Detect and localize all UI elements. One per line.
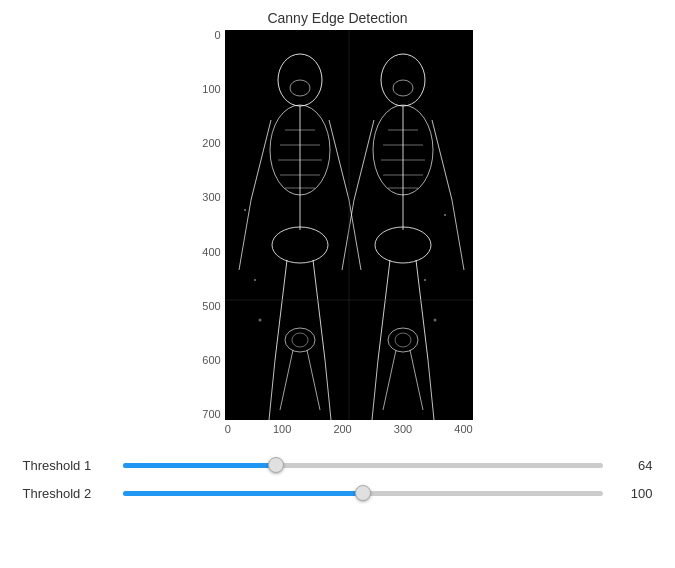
x-tick: 400: [454, 423, 472, 435]
y-tick: 200: [202, 138, 220, 149]
svg-line-32: [378, 260, 390, 360]
svg-line-13: [349, 200, 361, 270]
y-tick: 300: [202, 192, 220, 203]
chart-right: 0100200300400: [225, 30, 473, 435]
y-tick: 600: [202, 355, 220, 366]
svg-point-48: [424, 279, 426, 281]
y-tick: 500: [202, 301, 220, 312]
svg-line-17: [325, 360, 331, 420]
svg-point-46: [244, 209, 246, 211]
x-tick: 100: [273, 423, 291, 435]
y-tick: 100: [202, 84, 220, 95]
svg-point-50: [258, 319, 261, 322]
svg-line-10: [251, 120, 271, 200]
threshold1-track: [123, 457, 603, 473]
threshold2-value: 100: [613, 486, 653, 501]
svg-line-15: [269, 360, 275, 420]
x-tick: 300: [394, 423, 412, 435]
svg-point-19: [393, 80, 413, 96]
svg-point-42: [388, 328, 418, 352]
svg-line-31: [452, 200, 464, 270]
chart-inner: 0100200300400500600700: [202, 30, 472, 435]
y-tick: 700: [202, 409, 220, 420]
slider-row-2: Threshold 2 100: [23, 485, 653, 501]
svg-line-33: [372, 360, 378, 420]
x-axis: 0100200300400: [225, 420, 473, 435]
x-tick: 0: [225, 423, 231, 435]
svg-line-34: [416, 260, 428, 360]
svg-line-45: [410, 350, 423, 410]
svg-point-39: [292, 333, 308, 347]
threshold1-label: Threshold 1: [23, 458, 113, 473]
chart-title: Canny Edge Detection: [267, 10, 407, 26]
x-tick: 200: [333, 423, 351, 435]
svg-line-12: [329, 120, 349, 200]
svg-point-51: [433, 319, 436, 322]
svg-line-16: [313, 260, 325, 360]
svg-point-27: [375, 227, 431, 263]
svg-line-14: [275, 260, 287, 360]
y-tick: 0: [215, 30, 221, 41]
svg-line-35: [428, 360, 434, 420]
svg-point-9: [272, 227, 328, 263]
slider-row-1: Threshold 1 64: [23, 457, 653, 473]
threshold2-label: Threshold 2: [23, 486, 113, 501]
svg-point-1: [290, 80, 310, 96]
y-axis: 0100200300400500600700: [202, 30, 224, 420]
y-tick: 400: [202, 247, 220, 258]
chart-container: Canny Edge Detection 0100200300400500600…: [202, 10, 472, 435]
sliders-section: Threshold 1 64 Threshold 2 100: [13, 457, 663, 513]
svg-point-49: [444, 214, 446, 216]
svg-line-41: [307, 350, 320, 410]
svg-point-38: [285, 328, 315, 352]
svg-line-30: [432, 120, 452, 200]
svg-line-40: [280, 350, 293, 410]
svg-line-44: [383, 350, 396, 410]
svg-point-43: [395, 333, 411, 347]
threshold2-track: [123, 485, 603, 501]
svg-line-29: [342, 200, 354, 270]
image-canvas: [225, 30, 473, 420]
svg-point-47: [254, 279, 256, 281]
svg-line-28: [354, 120, 374, 200]
threshold1-value: 64: [613, 458, 653, 473]
